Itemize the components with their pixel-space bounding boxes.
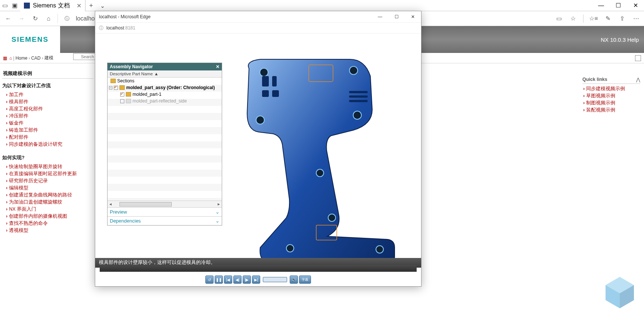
nav-link[interactable]: 装配视频示例 (586, 107, 615, 113)
tab-title: Siemens 文档 (33, 2, 70, 10)
more-icon[interactable]: ⋯ (630, 12, 643, 25)
nav-item: 钣金件 (6, 120, 93, 127)
nav-link[interactable]: 创建通过复杂曲线网络的路径 (9, 192, 72, 198)
sort-icon[interactable]: ▲ (154, 72, 158, 76)
reading-view-icon[interactable]: ▭ (553, 12, 565, 25)
popup-addr-host[interactable]: localhost (106, 25, 124, 31)
assembly-navigator: Assembly Navigator✕ Descriptive Part Nam… (107, 63, 222, 226)
popup-titlebar[interactable]: localhost - Microsoft Edge — ☐ ✕ (95, 11, 421, 22)
tab-overflow-button[interactable]: ⌄ (97, 2, 108, 9)
stepfwd-button[interactable]: |▶ (243, 275, 251, 284)
forward-button[interactable]: → (15, 12, 28, 25)
part-icon-dim (126, 99, 131, 103)
nav-deps-row[interactable]: Dependencies⌄ (108, 216, 222, 225)
nav-item: 研究部件历史记录 (6, 177, 93, 185)
nav-item: 铸造加工部件 (6, 127, 93, 134)
toc-icon[interactable]: ▦ (3, 56, 7, 61)
nav-tree: Sections −molded_part_assy (Order: Chron… (108, 78, 222, 201)
svg-point-0 (260, 68, 268, 76)
caption-toggle-button[interactable]: 字幕 (299, 275, 311, 284)
collapse-icon[interactable]: ⋀ (636, 77, 640, 82)
tree-check-c1[interactable] (120, 92, 124, 97)
nav-link[interactable]: 配对部件 (9, 135, 28, 140)
svg-point-1 (349, 66, 358, 75)
nav-link[interactable]: 冲压部件 (9, 113, 28, 119)
crumb-cad[interactable]: CAD (31, 56, 40, 61)
nav-link[interactable]: 模具部件 (9, 99, 28, 104)
nav-link[interactable]: 高度工程化部件 (9, 106, 43, 111)
site-info-icon[interactable]: ⓘ (60, 12, 74, 25)
tab-close-icon[interactable]: ✕ (77, 2, 81, 9)
video-progress[interactable] (263, 277, 287, 282)
prev-button[interactable]: |◀ (224, 275, 232, 284)
popup-close-button[interactable]: ✕ (405, 11, 421, 22)
maximize-button[interactable]: ☐ (610, 0, 627, 11)
audio-button[interactable]: 🔊 (290, 275, 298, 284)
breadcrumb-home-icon[interactable]: ⌂ (9, 56, 12, 61)
tree-assy[interactable]: molded_part_assy (Order: Chronological) (126, 85, 215, 90)
crumb-modeling[interactable]: 建模 (44, 55, 53, 60)
nav-link[interactable]: NX 界面入门 (9, 207, 36, 212)
tree-child2[interactable]: molded_part-reflected_side (133, 98, 187, 104)
rewind-button[interactable]: ↺ (205, 275, 214, 284)
home-button[interactable]: ⌂ (42, 12, 55, 25)
minimize-button[interactable]: — (592, 0, 610, 11)
crumb-home[interactable]: Home (15, 56, 27, 61)
titlebar-icon-1[interactable]: ▭ (0, 1, 10, 10)
popup-maximize-button[interactable]: ☐ (388, 11, 405, 22)
share-icon[interactable]: ⇪ (616, 12, 628, 25)
nav-link[interactable]: 同步建模的备选设计研究 (9, 142, 62, 147)
nav-link[interactable]: 制图视频示例 (586, 100, 615, 105)
tree-check-assy[interactable] (114, 86, 118, 90)
nav-link[interactable]: 快速绘制垫圈草图并旋转 (9, 164, 62, 169)
video-progress-strip[interactable] (100, 265, 417, 272)
tree-collapse-icon[interactable]: − (109, 86, 112, 89)
quick-links-list: 同步建模视频示例草图视频示例制图视频示例装配视频示例 (582, 84, 640, 114)
nav-link[interactable]: 创建部件内部的摄像机视图 (9, 214, 67, 219)
favorites-hub-icon[interactable]: ☆≡ (587, 12, 600, 25)
nav-link[interactable]: 为加油口盖创建螺旋螺纹 (9, 199, 62, 205)
browser-tab[interactable]: Siemens 文档 ✕ (20, 0, 85, 11)
nav-hscroll[interactable]: ◄► (108, 201, 222, 207)
nav-preview-row[interactable]: Preview⌄ (108, 207, 222, 216)
nav-item: 为加油口盖创建螺旋螺纹 (6, 199, 93, 206)
nav-link[interactable]: 查找不熟悉的命令 (9, 221, 48, 226)
nav-item: 同步建模的备选设计研究 (6, 141, 93, 148)
nav-link[interactable]: 同步建模视频示例 (586, 86, 625, 91)
next-button[interactable]: ▶| (252, 275, 260, 284)
nav-link[interactable]: 钣金件 (9, 120, 24, 126)
svg-rect-8 (262, 76, 269, 86)
help-title: NX 10.0.3 Help (601, 37, 639, 43)
popup-minimize-button[interactable]: — (372, 11, 388, 22)
nav-link[interactable]: 透视模型 (9, 228, 28, 233)
close-button[interactable]: ✕ (627, 0, 644, 11)
nav-item: 创建部件内部的摄像机视图 (6, 213, 93, 220)
nav-close-icon[interactable]: ✕ (216, 64, 220, 69)
tree-sections[interactable]: Sections (117, 78, 134, 84)
pause-button[interactable]: ❚❚ (215, 275, 223, 284)
new-tab-button[interactable]: + (85, 2, 97, 10)
tree-child1[interactable]: molded_part-1 (133, 92, 161, 97)
nav-link[interactable]: 草图视频示例 (586, 93, 615, 98)
settings-icon[interactable] (635, 55, 641, 61)
nav-link[interactable]: 在直接编辑草图时延迟部件更新 (9, 171, 77, 176)
nav-title: Assembly Navigator (110, 64, 153, 69)
left-sec1-list: 加工件模具部件高度工程化部件冲压部件钣金件铸造加工部件配对部件同步建模的备选设计… (2, 91, 93, 148)
nav-item: 创建通过复杂曲线网络的路径 (6, 192, 93, 199)
nav-link[interactable]: 铸造加工部件 (9, 127, 38, 133)
stepback-button[interactable]: ◀| (233, 275, 242, 284)
refresh-button[interactable]: ↻ (28, 12, 42, 25)
favorite-icon[interactable]: ☆ (567, 12, 579, 25)
notes-icon[interactable]: ✎ (601, 12, 614, 25)
nav-link[interactable]: 加工件 (9, 92, 24, 97)
nav-column-header[interactable]: Descriptive Part Name (110, 72, 153, 76)
nav-link[interactable]: 研究部件历史记录 (9, 178, 48, 183)
nav-link[interactable]: 编辑模型 (9, 185, 28, 190)
titlebar-icon-2[interactable]: ▣ (10, 1, 19, 10)
back-button[interactable]: ← (1, 12, 15, 25)
tree-check-c2[interactable] (120, 99, 124, 103)
search-input[interactable] (73, 53, 96, 60)
popup-site-info-icon[interactable]: ⓘ (99, 25, 103, 31)
nav-item: 同步建模视频示例 (583, 85, 640, 92)
svg-point-7 (376, 246, 383, 253)
